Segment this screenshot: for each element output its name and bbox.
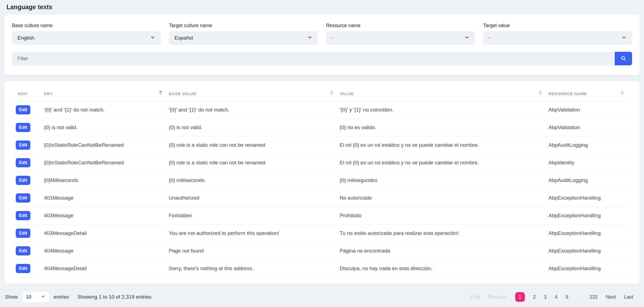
page-item-page-5[interactable]: 5 [566,294,568,300]
edit-button[interactable]: Edit [16,176,30,185]
column-header-resource-name[interactable]: RESOURCE NAME [549,85,630,101]
base-value-cell: {0} role is a static role can not be ren… [169,154,340,172]
search-button[interactable] [615,52,632,65]
base-culture-label: Base culture name [12,23,161,28]
key-cell: {0}IsStaticRoleCanNotBeRenamed [44,136,169,154]
base-value-cell: Forbidden [169,207,340,225]
chevron-down-icon [150,35,155,41]
table-header-row: EDIT KEY BASE VALUE VALUE [14,85,630,101]
resource-name-cell: AbpExceptionHandling [549,207,630,225]
table-row: Edit {0}Milliseconds {0} milliseconds {0… [14,172,630,189]
resource-name-select[interactable]: - [326,31,475,45]
table-row: Edit {0} is not valid. {0} is not valid.… [14,119,630,136]
column-header-key[interactable]: KEY [44,85,169,101]
table-body: Edit '{0}' and '{1}' do not match. '{0}'… [14,101,630,277]
base-culture-select[interactable]: English [12,31,161,45]
value-cell: Página no encontrada [340,242,549,260]
entries-summary: Showing 1 to 10 of 2,319 entries [78,294,152,300]
table-row: Edit 404Message Page not found Página no… [14,242,630,260]
edit-button[interactable]: Edit [16,105,30,114]
resource-name-cell: AbpExceptionHandling [549,189,630,207]
resource-name-cell: AbpExceptionHandling [549,260,630,277]
value-cell: '{0}' y '{1}' no coinciden. [340,101,549,119]
edit-button[interactable]: Edit [16,140,30,150]
page-footer: Show 10 entries Showing 1 to 10 of 2,319… [0,284,644,303]
value-cell: Disculpa, no hay nada en esta dirección. [340,260,549,277]
sort-icon [330,90,333,95]
page-item-last[interactable]: Last [624,294,633,300]
footer-left: Show 10 entries Showing 1 to 10 of 2,319… [5,291,151,303]
edit-button[interactable]: Edit [16,158,30,167]
base-value-cell: Page not found [169,242,340,260]
table-row: Edit 403Message Forbidden Prohibido AbpE… [14,207,630,225]
language-texts-table: EDIT KEY BASE VALUE VALUE [14,85,630,277]
page-item-previous: Previous [488,294,507,300]
base-value-cell: You are not authorized to perform this o… [169,225,340,242]
key-cell: {0}IsStaticRoleCanNotBeRenamed [44,154,169,172]
resource-name-cell: AbpAuditLogging [549,136,630,154]
sort-asc-icon [159,90,162,95]
key-cell: {0} is not valid. [44,119,169,136]
value-cell: No autorizado [340,189,549,207]
target-culture-field: Target culture name Español [169,23,318,45]
edit-button[interactable]: Edit [16,229,30,238]
page-item-page-1[interactable]: 1 [515,292,525,302]
edit-button[interactable]: Edit [16,123,30,132]
edit-button[interactable]: Edit [16,246,30,255]
base-value-cell: {0} milliseconds [169,172,340,189]
page-item-page-4[interactable]: 4 [555,294,557,300]
page-item-next[interactable]: Next [606,294,616,300]
edit-button[interactable]: Edit [16,193,30,203]
value-cell: El rol {0} es un rol estático y no se pu… [340,154,549,172]
target-value-label: Target value [483,23,632,28]
value-cell: {0} no es valido. [340,119,549,136]
key-cell: 403MessageDetail [44,225,169,242]
value-cell: Tu no estás autorizado para realizar est… [340,225,549,242]
value-cell: {0} milisegundos [340,172,549,189]
table-card: EDIT KEY BASE VALUE VALUE [4,81,640,284]
key-cell: 404Message [44,242,169,260]
column-header-edit: EDIT [14,85,44,101]
table-row: Edit {0}IsStaticRoleCanNotBeRenamed {0} … [14,154,630,172]
resource-name-field: Resource name - [326,23,475,45]
base-value-cell: {0} role is a static role can not be ren… [169,136,340,154]
key-cell: 401Message [44,189,169,207]
column-header-base-value[interactable]: BASE VALUE [169,85,340,101]
target-culture-value: Español [174,35,193,41]
key-cell: 404MessageDetail [44,260,169,277]
table-row: Edit '{0}' and '{1}' do not match. '{0}'… [14,101,630,119]
page-item-ellipsis: … [576,294,581,300]
resource-name-cell: AbpExceptionHandling [549,225,630,242]
table-row: Edit {0}IsStaticRoleCanNotBeRenamed {0} … [14,136,630,154]
page-title: Language texts [0,0,644,14]
language-texts-page: Language texts Base culture name English… [0,0,644,307]
base-value-cell: {0} is not valid. [169,119,340,136]
chevron-down-icon [621,35,627,41]
resource-name-cell: AbpExceptionHandling [549,242,630,260]
value-cell: Prohibido [340,207,549,225]
base-value-cell: Sorry, there's nothing at this address. [169,260,340,277]
filter-card: Base culture name English Target culture… [4,14,640,75]
target-value-value: - [489,35,490,41]
filter-input[interactable] [12,52,615,65]
page-item-page-232[interactable]: 232 [589,294,598,300]
target-culture-select[interactable]: Español [169,31,318,45]
page-size-select[interactable]: 10 [22,291,50,303]
base-value-cell: '{0}' and '{1}' do not match. [169,101,340,119]
chevron-down-icon [464,35,470,41]
resource-name-cell: AbpValidation [549,119,630,136]
base-value-cell: Unauthorized [169,189,340,207]
resource-name-cell: AbpAuditLogging [549,172,630,189]
pagination: FirstPrevious12345…232NextLast [470,292,633,302]
page-item-page-3[interactable]: 3 [544,294,547,300]
table-row: Edit 401Message Unauthorized No autoriza… [14,189,630,207]
filter-row [12,52,632,65]
target-culture-label: Target culture name [169,23,318,28]
edit-button[interactable]: Edit [16,264,30,273]
page-item-page-2[interactable]: 2 [533,294,536,300]
key-cell: {0}Milliseconds [44,172,169,189]
column-header-value[interactable]: VALUE [340,85,549,101]
entries-label: entries [54,294,69,300]
edit-button[interactable]: Edit [16,211,30,220]
target-value-select[interactable]: - [483,31,632,45]
